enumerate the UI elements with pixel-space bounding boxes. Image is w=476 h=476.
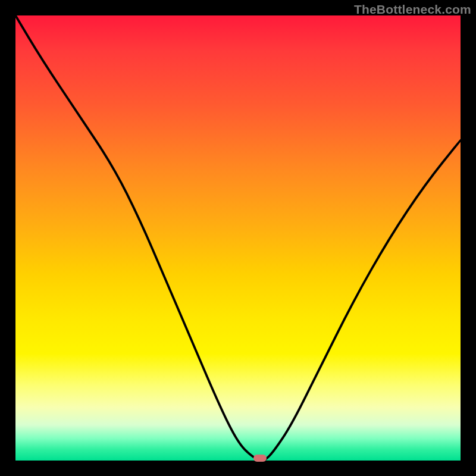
chart-container: TheBottleneck.com (0, 0, 476, 476)
watermark-text: TheBottleneck.com (354, 2, 471, 17)
plot-background-gradient (15, 15, 461, 461)
